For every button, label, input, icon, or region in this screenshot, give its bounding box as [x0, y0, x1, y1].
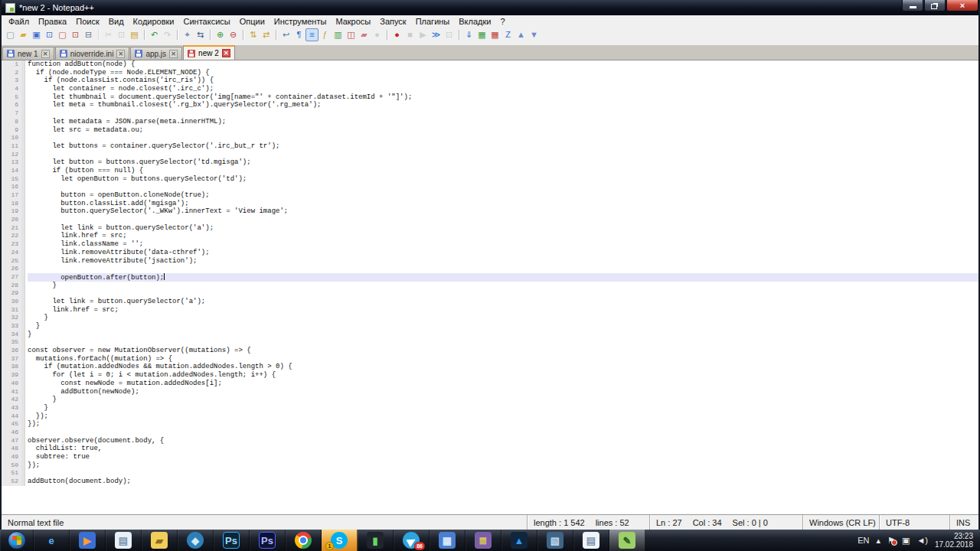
system-monitor-icon[interactable]: ▮ [358, 530, 394, 551]
editor-line[interactable]: 30 let link = button.querySelector('a'); [2, 298, 978, 306]
start-button[interactable] [0, 530, 34, 551]
editor-line[interactable]: 33 } [2, 322, 978, 331]
redo-button[interactable]: ↷ [161, 28, 174, 41]
editor-line[interactable]: 45 }); [2, 420, 978, 429]
editor-line[interactable]: 8 let metadata = JSON.parse(meta.innerHT… [2, 118, 978, 126]
editor-line[interactable]: 17 button = openButton.cloneNode(true); [2, 191, 978, 200]
editor-line[interactable]: 15 let openButton = buttons.querySelecto… [2, 175, 978, 184]
macro-record-button[interactable]: ● [390, 28, 403, 41]
editor-line[interactable]: 26 [2, 265, 978, 273]
editor-line[interactable]: 1 function addButton(node) { [2, 60, 978, 69]
plugin-compare-button[interactable]: ▦ [475, 28, 488, 41]
menu-help[interactable]: ? [495, 17, 509, 26]
editor-line[interactable]: 52 addButton(document.body); [2, 478, 978, 486]
copy-button[interactable]: ⊡ [115, 28, 128, 41]
editor-line[interactable]: 20 [2, 216, 978, 224]
show-all-characters-button[interactable]: ¶ [292, 28, 305, 41]
editor-line[interactable]: 22 link.href = src; [2, 232, 978, 240]
notepad-plus-plus-icon[interactable]: ✎ [609, 530, 645, 551]
restore-button[interactable] [924, 0, 946, 11]
editor-line[interactable]: 5 let thumbnail = document.querySelector… [2, 93, 978, 102]
skype-icon[interactable]: S 1 [322, 530, 358, 551]
editor-line[interactable]: 28 } [2, 282, 978, 290]
plugin-nav-up-button[interactable]: ▲ [514, 28, 528, 41]
minimize-button[interactable] [902, 0, 923, 11]
cut-button[interactable]: ✂ [102, 28, 115, 41]
editor-line[interactable]: 25 link.removeAttribute('jsaction'); [2, 257, 978, 266]
function-list-button[interactable]: ƒ [318, 28, 332, 41]
code-editor[interactable]: 1 function addButton(node) { 2 if (node.… [2, 60, 978, 514]
macro-save-button[interactable]: ≫ [430, 28, 443, 41]
editor-line[interactable]: 35 [2, 338, 978, 347]
tab-new-1[interactable]: new 1 ✕ [2, 47, 54, 60]
notepad-icon[interactable]: ▤ [106, 530, 142, 551]
editor-line[interactable]: 39 for (let i = 0; i < mutation.addedNod… [2, 371, 978, 380]
paste-button[interactable]: ▤ [128, 28, 141, 41]
find-button[interactable]: ⌖ [181, 28, 194, 41]
editor-line[interactable]: 2 if (node.nodeType === Node.ELEMENT_NOD… [2, 69, 978, 77]
editor-line[interactable]: 18 button.classList.add('mgisga'); [2, 200, 978, 208]
save-all-button[interactable]: ⊡ [43, 28, 56, 41]
tab-close-icon[interactable]: ✕ [41, 50, 50, 58]
editor-line[interactable]: 21 let link = button.querySelector('a'); [2, 224, 978, 233]
winrar-icon[interactable]: ≣ [466, 530, 501, 551]
macro-run-multiple-button[interactable]: ⊡ [443, 28, 456, 41]
menu-edit[interactable]: Правка [34, 17, 71, 26]
chrome-icon[interactable] [286, 530, 322, 551]
menu-run[interactable]: Запуск [375, 17, 410, 26]
daemon-tools-icon[interactable]: ◆ [178, 530, 214, 551]
affinity-designer-icon[interactable]: ▲ [501, 530, 537, 551]
editor-line[interactable]: 24 link.removeAttribute('data-cthref'); [2, 249, 978, 257]
photoshop-blue-icon[interactable]: Ps [250, 530, 286, 551]
macro-play-button[interactable]: ▶ [416, 28, 430, 41]
menu-settings[interactable]: Опции [235, 17, 270, 26]
close-button[interactable]: × [946, 0, 978, 11]
editor-line[interactable]: 32 } [2, 314, 978, 322]
editor-line[interactable]: 44 }); [2, 412, 978, 421]
clock[interactable]: 23:23 17.02.2018 [935, 532, 973, 549]
editor-line[interactable]: 27 openButton.after(button); [2, 273, 978, 282]
undo-button[interactable]: ↶ [148, 28, 161, 41]
save-button[interactable]: ▣ [30, 28, 43, 41]
editor-line[interactable]: 46 [2, 429, 978, 437]
editor-line[interactable]: 11 let buttons = container.querySelector… [2, 142, 978, 151]
editor-line[interactable]: 37 mutations.forEach((mutation) => { [2, 355, 978, 364]
editor-line[interactable]: 43 } [2, 404, 978, 412]
telegram-icon[interactable]: ▶ 86 [394, 530, 430, 551]
plugin-changed-lines-button[interactable]: ⇓ [462, 28, 475, 41]
volume-icon[interactable]: ◄) [916, 536, 928, 545]
menu-plugins[interactable]: Плагины [411, 17, 455, 26]
editor-line[interactable]: 10 [2, 134, 978, 142]
sync-vertical-scroll-button[interactable]: ⇅ [247, 28, 260, 41]
photoshop-cyan-icon[interactable]: Ps [214, 530, 250, 551]
editor-line[interactable]: 29 [2, 289, 978, 298]
editor-line[interactable]: 40 const newNode = mutation.addedNodes[i… [2, 380, 978, 388]
tab-new-2[interactable]: new 2 ✕ [183, 45, 235, 60]
network-icon[interactable]: ▣ [902, 536, 910, 545]
editor-line[interactable]: 6 let meta = thumbnail.closest('.rg_bx')… [2, 101, 978, 109]
editor-line[interactable]: 50 }); [2, 461, 978, 470]
menu-macro[interactable]: Макросы [331, 17, 375, 26]
calculator-icon[interactable]: ▦ [430, 530, 466, 551]
tab-close-icon[interactable]: ✕ [222, 49, 230, 57]
tab-close-icon[interactable]: ✕ [169, 50, 178, 58]
plugin-compare-clear-button[interactable]: ▦ [488, 28, 501, 41]
menu-encoding[interactable]: Кодировки [129, 17, 179, 26]
action-center-flag-icon[interactable]: ⚑ [887, 536, 895, 545]
editor-line[interactable]: 36 const observer = new MutationObserver… [2, 347, 978, 355]
new-file-button[interactable]: ▢ [4, 28, 17, 41]
editor-line[interactable]: 4 let container = node.closest('.irc_c')… [2, 85, 978, 93]
monitoring-button[interactable]: ● [371, 28, 384, 41]
media-player-icon[interactable]: ▶ [70, 530, 106, 551]
menu-view[interactable]: Вид [104, 17, 129, 26]
editor-line[interactable]: 19 button.querySelector('._WKw').innerTe… [2, 207, 978, 216]
language-indicator[interactable]: EN [858, 536, 869, 545]
hidden-icons-chevron-icon[interactable]: ▴ [877, 536, 881, 545]
notepad-alt-icon[interactable]: ▤ [573, 530, 609, 551]
menu-tools[interactable]: Инструменты [270, 17, 332, 26]
tab-app-js[interactable]: app.js ✕ [130, 47, 182, 60]
editor-line[interactable]: 12 [2, 151, 978, 159]
menu-file[interactable]: Файл [4, 17, 34, 26]
macro-stop-button[interactable]: ■ [403, 28, 416, 41]
editor-line[interactable]: 42 } [2, 396, 978, 404]
